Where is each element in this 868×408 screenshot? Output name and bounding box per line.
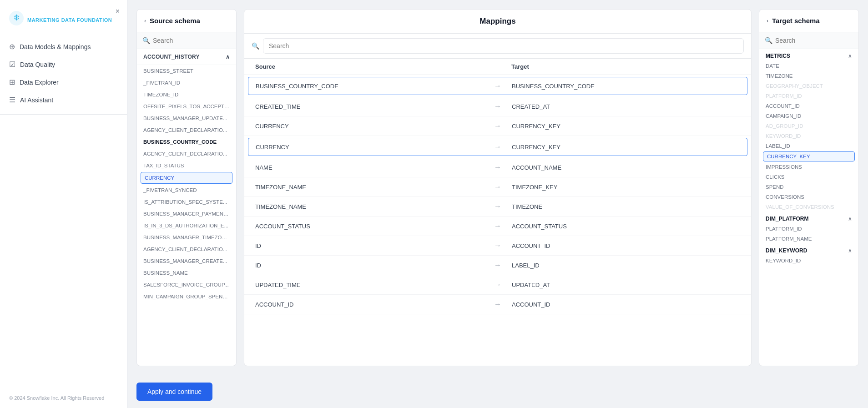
- mapping-arrow-row-12: →: [491, 300, 505, 308]
- target-item-ad-group-id[interactable]: AD_GROUP_ID: [759, 121, 858, 131]
- target-item-conversions[interactable]: CONVERSIONS: [759, 192, 858, 202]
- mappings-col-headers: Source Target: [244, 59, 751, 75]
- nav-item-data-models[interactable]: ⊕Data Models & Mappings: [0, 38, 127, 55]
- target-schema-panel: › Target schema 🔍 METRICS ∧ DATETIMEZONE…: [759, 9, 859, 366]
- mapping-target-row-1: BUSINESS_COUNTRY_CODE: [512, 83, 740, 90]
- source-chevron-left-icon[interactable]: ‹: [144, 18, 146, 24]
- target-panel-title: Target schema: [772, 17, 820, 25]
- target-item-timezone[interactable]: TIMEZONE: [759, 71, 858, 81]
- target-group-metrics: METRICS ∧: [759, 49, 858, 61]
- mapping-target-row-2: CREATED_AT: [512, 103, 740, 110]
- target-panel-header: › Target schema: [759, 10, 858, 32]
- source-item-business-manager-update[interactable]: BUSINESS_MANAGER_UPDATE...: [137, 112, 236, 124]
- target-item-keyword-id[interactable]: KEYWORD_ID: [759, 131, 858, 141]
- apply-continue-button[interactable]: Apply and continue: [136, 383, 212, 401]
- target-group-collapse-dim-keyword-icon[interactable]: ∧: [848, 247, 852, 254]
- mapping-row-row-4[interactable]: CURRENCY → CURRENCY_KEY: [248, 138, 747, 156]
- source-item-business-manager-payment[interactable]: BUSINESS_MANAGER_PAYMENT...: [137, 208, 236, 220]
- nav-item-data-explorer[interactable]: ⊞Data Explorer: [0, 73, 127, 91]
- target-search-icon: 🔍: [765, 37, 772, 44]
- target-item-platform-id-2[interactable]: PLATFORM_ID: [759, 224, 858, 234]
- mapping-row-row-11[interactable]: UPDATED_TIME → UPDATED_AT: [244, 275, 751, 295]
- mapping-row-row-2[interactable]: CREATED_TIME → CREATED_AT: [244, 97, 751, 116]
- source-item-business-street[interactable]: BUSINESS_STREET: [137, 65, 236, 77]
- target-item-clicks[interactable]: CLICKS: [759, 172, 858, 182]
- close-button[interactable]: ×: [116, 7, 120, 15]
- source-items-list: BUSINESS_STREET_FIVETRAN_IDTIMEZONE_IDOF…: [137, 65, 236, 366]
- mapping-source-row-10: ID: [255, 262, 484, 269]
- source-item-is-in-3ds[interactable]: IS_IN_3_DS_AUTHORIZATION_E...: [137, 220, 236, 232]
- source-item-agency-client-decl1[interactable]: AGENCY_CLIENT_DECLARATIO...: [137, 124, 236, 136]
- target-item-spend[interactable]: SPEND: [759, 182, 858, 192]
- source-item-salesforce-invoice[interactable]: SALESFORCE_INVOICE_GROUP...: [137, 279, 236, 291]
- target-group-collapse-dim-platform-icon[interactable]: ∧: [848, 216, 852, 222]
- source-item-offsite-pixels[interactable]: OFFSITE_PIXELS_TOS_ACCEPTED: [137, 101, 236, 112]
- source-item-business-country-code[interactable]: BUSINESS_COUNTRY_CODE: [137, 136, 236, 148]
- source-item-currency[interactable]: CURRENCY: [141, 172, 232, 184]
- target-item-impressions[interactable]: IMPRESSIONS: [759, 162, 858, 172]
- source-item-agency-client-decl3[interactable]: AGENCY_CLIENT_DECLARATIO...: [137, 243, 236, 255]
- target-item-geography-object[interactable]: GEOGRAPHY_OBJECT: [759, 81, 858, 91]
- target-search-input[interactable]: [775, 37, 853, 44]
- svg-text:❄: ❄: [13, 13, 20, 22]
- mapping-row-row-9[interactable]: ID → ACCOUNT_ID: [244, 236, 751, 256]
- target-group-collapse-metrics-icon[interactable]: ∧: [848, 53, 852, 59]
- mapping-target-row-9: ACCOUNT_ID: [512, 242, 740, 249]
- source-search-input[interactable]: [153, 37, 231, 44]
- sidebar-footer: © 2024 Snowflake Inc. All Rights Reserve…: [9, 395, 104, 401]
- target-item-platform-id[interactable]: PLATFORM_ID: [759, 91, 858, 101]
- target-item-campaign-id[interactable]: CAMPAIGN_ID: [759, 111, 858, 121]
- mapping-row-row-10[interactable]: ID → LABEL_ID: [244, 256, 751, 275]
- mapping-target-row-6: TIMEZONE_KEY: [512, 184, 740, 191]
- data-models-label: Data Models & Mappings: [20, 43, 91, 50]
- target-item-keyword-id-2[interactable]: KEYWORD_ID: [759, 256, 858, 266]
- mapping-row-row-3[interactable]: CURRENCY → CURRENCY_KEY: [244, 116, 751, 136]
- mappings-search-container: 🔍: [244, 34, 751, 59]
- source-search-icon: 🔍: [142, 37, 150, 44]
- target-item-platform-name[interactable]: PLATFORM_NAME: [759, 234, 858, 244]
- source-item-business-name[interactable]: BUSINESS_NAME: [137, 267, 236, 279]
- mapping-row-row-5[interactable]: NAME → ACCOUNT_NAME: [244, 158, 751, 177]
- mapping-arrow-row-10: →: [491, 261, 505, 269]
- source-item-fivetran-id[interactable]: _FIVETRAN_ID: [137, 77, 236, 89]
- mapping-source-row-8: ACCOUNT_STATUS: [255, 223, 484, 230]
- mapping-source-row-11: UPDATED_TIME: [255, 282, 484, 288]
- mapping-source-row-5: NAME: [255, 164, 484, 171]
- target-item-label-id[interactable]: LABEL_ID: [759, 141, 858, 151]
- mapping-row-row-1[interactable]: BUSINESS_COUNTRY_CODE → BUSINESS_COUNTRY…: [248, 77, 747, 95]
- source-item-is-attribution[interactable]: IS_ATTRIBUTION_SPEC_SYSTE...: [137, 196, 236, 208]
- mapping-target-row-10: LABEL_ID: [512, 262, 740, 269]
- source-item-agency-client-decl2[interactable]: AGENCY_CLIENT_DECLARATIO...: [137, 148, 236, 160]
- source-panel-header: ‹ Source schema: [137, 10, 236, 32]
- source-item-business-manager-timezon[interactable]: BUSINESS_MANAGER_TIMEZON...: [137, 232, 236, 243]
- source-item-min-campaign-group[interactable]: MIN_CAMPAIGN_GROUP_SPEND...: [137, 291, 236, 302]
- source-item-business-manager-create[interactable]: BUSINESS_MANAGER_CREATE...: [137, 255, 236, 267]
- mappings-search-input[interactable]: [263, 38, 744, 54]
- source-group-collapse-icon[interactable]: ∧: [226, 54, 230, 60]
- target-item-currency-key[interactable]: CURRENCY_KEY: [763, 151, 855, 161]
- nav-items-container: ⊕Data Models & Mappings☑Data Quality⊞Dat…: [0, 38, 127, 109]
- target-item-date[interactable]: DATE: [759, 61, 858, 71]
- target-chevron-icon[interactable]: ›: [767, 18, 768, 24]
- col-header-target: Target: [511, 63, 740, 70]
- target-items-list: METRICS ∧ DATETIMEZONEGEOGRAPHY_OBJECTPL…: [759, 49, 858, 366]
- mapping-row-row-8[interactable]: ACCOUNT_STATUS → ACCOUNT_STATUS: [244, 217, 751, 236]
- data-explorer-icon: ⊞: [9, 78, 15, 86]
- target-item-value-of-conversions[interactable]: VALUE_OF_CONVERSIONS: [759, 202, 858, 212]
- data-quality-icon: ☑: [9, 60, 15, 69]
- sidebar-divider: [0, 114, 127, 115]
- snowflake-logo-icon: ❄: [9, 11, 24, 29]
- mapping-row-row-6[interactable]: TIMEZONE_NAME → TIMEZONE_KEY: [244, 177, 751, 197]
- target-item-account-id[interactable]: ACCOUNT_ID: [759, 101, 858, 111]
- nav-item-ai-assistant[interactable]: ☰AI Assistant: [0, 91, 127, 109]
- source-item-tax-id-status[interactable]: TAX_ID_STATUS: [137, 160, 236, 171]
- mapping-row-row-12[interactable]: ACCOUNT_ID → ACCOUNT_ID: [244, 295, 751, 314]
- source-group-header: ACCOUNT_HISTORY ∧: [137, 49, 236, 65]
- nav-item-data-quality[interactable]: ☑Data Quality: [0, 55, 127, 73]
- source-item-timezone-id[interactable]: TIMEZONE_ID: [137, 89, 236, 101]
- mapping-target-row-12: ACCOUNT_ID: [512, 301, 740, 308]
- source-item-fivetran-synced[interactable]: _FIVETRAN_SYNCED: [137, 184, 236, 196]
- mapping-row-row-7[interactable]: TIMEZONE_NAME → TIMEZONE: [244, 197, 751, 217]
- data-models-icon: ⊕: [9, 42, 15, 51]
- mapping-source-row-1: BUSINESS_COUNTRY_CODE: [256, 83, 484, 90]
